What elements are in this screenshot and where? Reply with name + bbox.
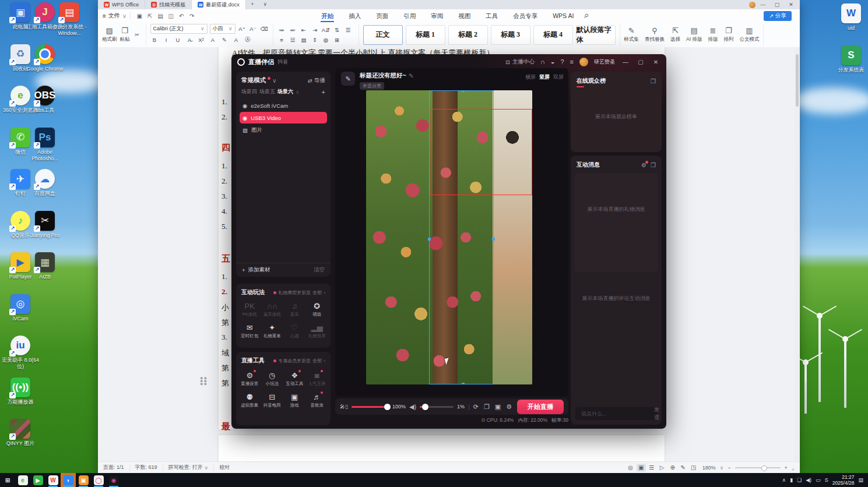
numbering-icon[interactable]: ≕ [289, 26, 297, 34]
desktop-icon[interactable]: W uid [831, 3, 868, 45]
text-direction-icon[interactable]: A⇵ [322, 26, 331, 34]
camera-icon[interactable]: ▣ [495, 403, 501, 411]
wps-close-button[interactable]: ✕ [785, 1, 797, 9]
screen-mode-option[interactable]: 横屏 [525, 73, 536, 81]
style-gallery-item[interactable]: 默认段落字体 [576, 25, 616, 45]
scene-tab[interactable]: 场景四 [241, 88, 257, 96]
tray-sogou-icon[interactable]: S [825, 477, 828, 483]
tray-ime-icon[interactable]: ▭ [816, 477, 821, 483]
zoom-slider[interactable] [735, 467, 781, 468]
font-color-icon[interactable]: A [232, 36, 241, 44]
wps-maximize-button[interactable]: ▢ [771, 1, 783, 9]
headset-icon[interactable]: ∩ [540, 58, 545, 65]
desktop-icon[interactable]: ☁↗ 百度网盘 [24, 169, 65, 211]
bold-icon[interactable]: B [150, 36, 159, 44]
style-gallery-item[interactable]: 标题 1 [406, 25, 445, 45]
print-icon[interactable]: ▤ [155, 11, 166, 20]
fullscreen-icon[interactable]: ◳ [689, 464, 698, 472]
style-gallery-item[interactable]: 标题 2 [448, 25, 488, 45]
indent-icon[interactable]: ⇥ [311, 26, 319, 34]
highlight-icon[interactable]: ✎ [220, 36, 229, 44]
shrink-font-icon[interactable]: A⁻ [249, 24, 258, 33]
add-scene-button[interactable]: + [322, 89, 325, 96]
stream-title[interactable]: 标题还没有想好~ [360, 72, 406, 80]
popout-icon[interactable]: ❐ [651, 78, 656, 84]
file-menu-button[interactable]: ≡文件∨ [103, 12, 126, 20]
desktop-icon[interactable]: S 分发系统表 [831, 45, 868, 87]
wordart-icon[interactable]: A [209, 36, 217, 44]
category-tag[interactable]: 未选分类 [360, 82, 384, 90]
arrange-button[interactable]: ❐排列 [723, 26, 733, 43]
ai-layout-button[interactable]: ▤AI 排版 [686, 26, 702, 43]
add-material-button[interactable]: +添加素材 [242, 266, 270, 274]
camera-preview-video[interactable] [366, 90, 532, 384]
taskbar-video-app[interactable]: ▶ [30, 473, 45, 487]
outline-view-icon[interactable]: ☰ [647, 464, 656, 472]
tray-usb-icon[interactable]: ▮ [790, 477, 793, 483]
find-replace-button[interactable]: ⚲查找替换 [645, 26, 665, 43]
mic-volume-slider[interactable] [352, 406, 389, 408]
taskbar-camera-app[interactable]: ▣ [76, 473, 91, 487]
drag-handle-icon[interactable]: ●●●●●● [200, 377, 208, 386]
speaker-volume-slider[interactable] [420, 406, 454, 408]
beauty-icon[interactable]: ⟳ [473, 403, 479, 411]
messages-panel-title[interactable]: 互动消息 [577, 161, 600, 169]
taskbar-clock[interactable]: 21:27 2025/4/28 [832, 474, 855, 486]
wps-ribbon-tab[interactable]: 工具 [478, 10, 505, 22]
superscript-icon[interactable]: X² [197, 36, 206, 44]
preview-canvas[interactable] [335, 68, 568, 396]
wps-ribbon-tab[interactable]: WPS AI [545, 10, 581, 22]
wps-document-tab[interactable]: W WPS Office [98, 0, 145, 9]
desktop-icon[interactable]: ✂↗ Jianying Pro [24, 211, 65, 253]
justify-icon[interactable]: ▤ [300, 36, 308, 44]
char-shading-icon[interactable]: Ⓐ [244, 36, 252, 44]
scene-tab[interactable]: 场景五 [259, 88, 275, 96]
wps-ribbon-tab[interactable]: 开始 [314, 10, 341, 22]
bullets-icon[interactable]: ≔ [277, 26, 286, 34]
border-icon[interactable]: ⊞ [333, 36, 342, 44]
wps-ribbon-tab[interactable]: 会员专享 [505, 10, 545, 22]
popout-icon[interactable]: ❐ [651, 162, 656, 168]
start-streaming-button[interactable]: 开始直播 [517, 400, 564, 414]
align-right-icon[interactable]: ☱ [289, 36, 297, 44]
tray-window-icon[interactable]: ❏ [797, 477, 802, 483]
wps-document-tab[interactable]: W 最新搭建.docx [192, 0, 246, 9]
source-ivcam[interactable]: ◉e2eSoft iVCam [240, 100, 327, 111]
typeset-button[interactable]: ≣排版 [708, 26, 718, 43]
start-button[interactable]: ⊞ [0, 473, 15, 487]
gov-doc-button[interactable]: ▥公文模式 [739, 26, 759, 43]
wps-document-tab[interactable]: D 找稿壳模板 [145, 0, 192, 9]
director-toggle[interactable]: ⇄导播 [308, 77, 325, 84]
taskbar-color-wheel-app[interactable]: ◉ [106, 473, 121, 487]
message-settings-icon[interactable]: ⚙ [641, 162, 646, 168]
wps-user-avatar[interactable] [749, 2, 755, 8]
play-icon[interactable]: ▷ [658, 464, 667, 472]
desktop-icon[interactable]: ↗ Google Chrome [24, 44, 65, 86]
save-icon[interactable]: ▣ [134, 11, 145, 20]
underline-icon[interactable]: U [174, 36, 182, 44]
web-view-icon[interactable]: ⊕ [668, 464, 677, 472]
desktop-icon[interactable]: ((•))↗ 万能播放器 [0, 377, 41, 419]
clear-format-icon[interactable]: ⌫ [260, 24, 269, 33]
desktop-icon[interactable]: OBS↗ obs工具 [24, 86, 65, 128]
zoom-level[interactable]: 180% [702, 465, 716, 471]
align-left-icon[interactable]: ☰ [344, 26, 353, 34]
clear-button[interactable]: 清空 [314, 266, 325, 274]
see-all-link[interactable]: 全部 [312, 358, 322, 364]
taskbar-wps[interactable]: W [45, 473, 61, 487]
live-close-button[interactable]: ✕ [651, 59, 660, 65]
paste-button[interactable]: ❐粘贴 [120, 26, 130, 43]
italic-icon[interactable]: I [162, 36, 171, 44]
comment-input[interactable] [580, 410, 651, 417]
menu-icon[interactable]: ≡ [570, 58, 574, 65]
share-button[interactable]: ↗分享 [764, 11, 792, 21]
zoom-out-button[interactable]: − [728, 465, 730, 471]
desktop-icon[interactable]: ↗ QINYY 图片 [0, 419, 41, 461]
tray-volume-icon[interactable]: ◀) [806, 477, 811, 483]
zoom-in-button[interactable]: + [785, 465, 788, 471]
eye-icon[interactable]: ◎ [626, 464, 635, 472]
line-spacing-icon[interactable]: ⇕ [311, 36, 319, 44]
source-image[interactable]: ▧图片 [240, 124, 327, 136]
anchor-center-button[interactable]: ⊡主播中心 [505, 58, 535, 66]
speaker-icon[interactable]: ◀) [409, 403, 416, 411]
